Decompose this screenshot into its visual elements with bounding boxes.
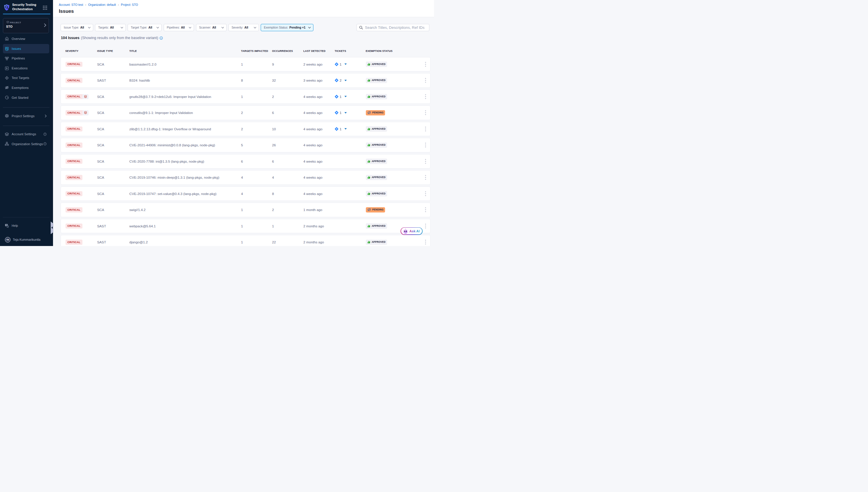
svg-text:?: ? [6, 224, 7, 226]
